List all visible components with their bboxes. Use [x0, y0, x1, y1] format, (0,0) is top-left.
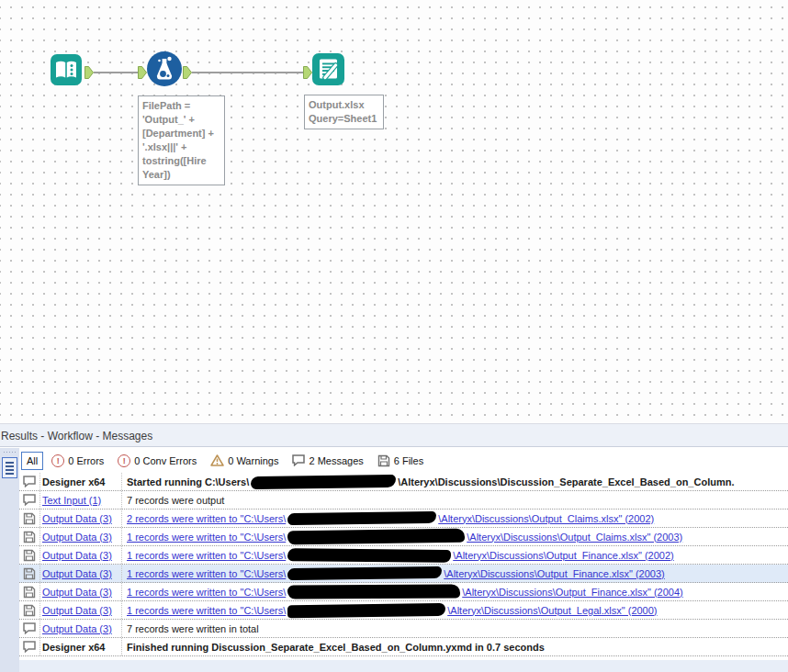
tool-name: Designer x64 [42, 642, 105, 653]
message-row[interactable]: Designer x64 Finished running Discussion… [19, 638, 788, 656]
filter-conv-errors[interactable]: ! 0 Conv Errors [118, 454, 197, 467]
message-row[interactable]: Designer x64 Started running C:\Users\ \… [19, 473, 788, 491]
message-row[interactable]: Output Data (3) 1 records were written t… [19, 546, 788, 565]
message-row-selected[interactable]: Output Data (3) 1 records were written t… [19, 565, 788, 583]
tool-link[interactable]: Output Data (3) [42, 587, 112, 598]
results-left-strip [0, 448, 19, 660]
formula-tool[interactable] [147, 51, 182, 86]
messages-view-button[interactable] [2, 457, 17, 478]
message-text: 7 records were output [127, 495, 224, 506]
alteryx-designer-window: FilePath = 'Output_' + [Department] + '.… [0, 0, 788, 672]
error-icon: ! [51, 454, 64, 467]
filter-all-button[interactable]: All [21, 452, 43, 470]
file-save-icon [19, 567, 39, 580]
redaction-scribble [287, 511, 436, 525]
file-link[interactable]: 1 records were written to "C:\Users\ [127, 587, 286, 598]
input-anchor[interactable] [303, 66, 312, 79]
file-link[interactable]: \Alteryx\Discussions\Output_Legal.xlsx" … [447, 605, 657, 616]
output-anchor[interactable] [84, 66, 94, 79]
message-bubble-icon [19, 622, 39, 634]
redaction-scribble [287, 566, 442, 580]
redaction-scribble [287, 548, 451, 563]
workflow-canvas[interactable]: FilePath = 'Output_' + [Department] + '.… [0, 0, 788, 423]
tool-link[interactable]: Output Data (3) [42, 605, 112, 616]
file-save-icon [19, 531, 39, 543]
message-bubble-icon [292, 454, 305, 466]
file-save-icon [19, 512, 39, 525]
message-text: Finished running Discussion_Separate_Exc… [127, 642, 545, 653]
input-anchor[interactable] [138, 66, 147, 79]
filter-files[interactable]: 6 Files [377, 454, 423, 467]
output-annotation[interactable]: Output.xlsx Query=Sheet1 [304, 95, 384, 129]
file-link[interactable]: 1 records were written to "C:\Users\ [127, 550, 286, 561]
redaction-scribble [287, 602, 445, 617]
redaction-scribble [287, 529, 465, 545]
file-link[interactable]: 2 records were written to "C:\Users\ [127, 513, 286, 524]
bottom-scroll-strip[interactable] [0, 660, 788, 672]
output-file-icon [312, 53, 344, 85]
file-link[interactable]: \Alteryx\Discussions\Output_Claims.xlsx"… [467, 532, 682, 543]
message-row[interactable]: Output Data (3) 7 records were written i… [19, 620, 788, 638]
connection-wire[interactable] [192, 72, 303, 73]
results-panel-title: Results - Workflow - Messages [0, 423, 788, 447]
file-save-icon [19, 549, 39, 562]
formula-flask-icon [147, 51, 182, 86]
connection-wire[interactable] [94, 72, 138, 73]
message-row[interactable]: Output Data (3) 1 records were written t… [19, 583, 788, 601]
tool-link[interactable]: Output Data (3) [42, 513, 112, 524]
message-row[interactable]: Output Data (3) 1 records were written t… [19, 601, 788, 620]
drag-handle[interactable] [3, 451, 17, 454]
file-link[interactable]: 1 records were written to "C:\Users\ [127, 605, 286, 616]
output-anchor[interactable] [183, 66, 192, 79]
message-bubble-icon [19, 641, 39, 653]
message-text: 7 records were written in total [127, 623, 259, 634]
filter-messages[interactable]: 2 Messages [292, 454, 363, 466]
message-text: \Alteryx\Discussions\Discussion_Separate… [398, 476, 734, 487]
scroll-corner [0, 660, 19, 672]
tool-link[interactable]: Output Data (3) [42, 550, 112, 561]
file-link[interactable]: \Alteryx\Discussions\Output_Claims.xlsx"… [438, 513, 654, 524]
tool-link[interactable]: Output Data (3) [42, 568, 112, 579]
formula-annotation[interactable]: FilePath = 'Output_' + [Department] + '.… [138, 95, 225, 185]
file-save-icon [19, 586, 39, 599]
message-bubble-icon [19, 494, 39, 506]
text-input-tool[interactable] [51, 54, 82, 85]
message-row[interactable]: Text Input (1) 7 records were output [19, 491, 788, 510]
message-row[interactable]: Output Data (3) 1 records were written t… [19, 528, 788, 546]
results-toolbar: All ! 0 Errors ! 0 Conv Errors 0 Warning… [19, 448, 788, 473]
file-save-icon [19, 604, 39, 617]
message-row[interactable]: Output Data (3) 2 records were written t… [19, 510, 788, 528]
file-save-icon [377, 454, 390, 467]
message-text: Started running C:\Users\ [127, 476, 249, 487]
file-link[interactable]: \Alteryx\Discussions\Output_Finance.xlsx… [453, 550, 674, 561]
results-title-text: Results - Workflow - Messages [1, 430, 152, 442]
tool-link[interactable]: Output Data (3) [42, 623, 112, 634]
text-input-book-icon [51, 54, 82, 85]
message-bubble-icon [19, 476, 39, 487]
tool-link[interactable]: Output Data (3) [42, 532, 112, 543]
file-link[interactable]: \Alteryx\Discussions\Output_Finance.xlsx… [462, 587, 683, 598]
tool-link[interactable]: Text Input (1) [42, 495, 101, 506]
filter-errors[interactable]: ! 0 Errors [51, 454, 104, 467]
output-data-tool[interactable] [312, 53, 344, 85]
file-link[interactable]: 1 records were written to "C:\Users\ [127, 532, 286, 543]
conv-error-icon: ! [118, 454, 130, 467]
horizontal-scrollbar[interactable] [19, 660, 788, 672]
file-link[interactable]: 1 records were written to "C:\Users\ [127, 568, 286, 579]
file-link[interactable]: \Alteryx\Discussions\Output_Finance.xlsx… [444, 568, 665, 579]
redaction-scribble [287, 584, 460, 599]
filter-warnings[interactable]: 0 Warnings [210, 454, 278, 466]
tool-name: Designer x64 [42, 476, 105, 487]
redaction-scribble [251, 474, 396, 488]
warning-icon [210, 454, 224, 466]
